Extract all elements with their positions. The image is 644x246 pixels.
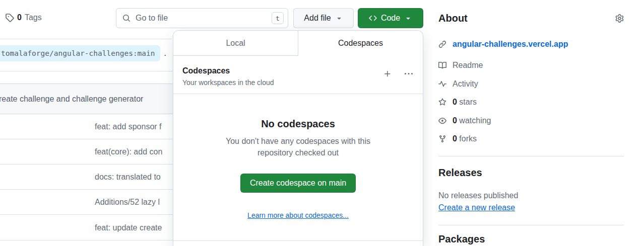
empty-state-description: You don't have any codespaces with this … — [218, 135, 379, 158]
repo-sidebar: About angular-challenges.vercel.app Read… — [438, 11, 624, 246]
website-link[interactable]: angular-challenges.vercel.app — [453, 40, 568, 49]
activity-row[interactable]: Activity — [438, 78, 624, 90]
clone-hint-row: tomalaforge/angular-challenges:main . — [0, 45, 166, 61]
empty-state-title: No codespaces — [173, 117, 423, 131]
releases-title: Releases — [438, 166, 624, 180]
tag-icon — [5, 13, 14, 22]
repo-ref-code-chip: tomalaforge/angular-challenges:main — [0, 45, 160, 61]
pulse-icon — [438, 80, 446, 88]
search-input[interactable] — [136, 14, 272, 23]
gear-icon[interactable] — [615, 14, 624, 23]
code-button-label: Code — [381, 14, 400, 23]
code-snippet-suffix: . — [164, 49, 166, 58]
create-release-link[interactable]: Create a new release — [438, 202, 515, 214]
divider — [173, 240, 423, 241]
divider — [0, 39, 172, 39]
codespaces-header: Codespaces Your workspaces in the cloud — [173, 56, 423, 94]
stars-row[interactable]: 0 stars — [438, 96, 624, 108]
chevron-down-icon — [404, 14, 412, 22]
code-button[interactable]: Code — [358, 8, 423, 28]
forks-count: 0 — [453, 134, 457, 143]
chevron-down-icon — [335, 14, 343, 22]
create-codespace-button[interactable]: Create codespace on main — [240, 174, 356, 193]
link-icon — [438, 40, 446, 48]
watching-count: 0 — [453, 116, 457, 125]
commit-message[interactable]: Additions/52 lazy l — [95, 198, 160, 207]
divider — [0, 71, 173, 71]
packages-title: Packages — [438, 232, 624, 246]
forks-row[interactable]: 0 forks — [438, 133, 624, 145]
tags-summary[interactable]: 0 Tags — [5, 13, 42, 22]
commit-message[interactable]: feat(core): add con — [95, 147, 162, 156]
code-dropdown-panel: Local Codespaces Codespaces Your workspa… — [173, 30, 423, 246]
divider — [173, 94, 423, 94]
readme-label[interactable]: Readme — [453, 61, 483, 70]
watching-row[interactable]: 0 watching — [438, 115, 624, 127]
commit-message[interactable]: feat: update create — [95, 223, 162, 232]
watching-label: watching — [459, 116, 491, 125]
learn-more-link[interactable]: Learn more about codespaces... — [247, 211, 349, 219]
star-icon — [438, 98, 446, 106]
about-title: About — [438, 11, 468, 25]
tags-count: 0 — [17, 13, 22, 22]
book-icon — [438, 61, 446, 69]
readme-row[interactable]: Readme — [438, 59, 624, 71]
commit-message[interactable]: docs: translated to — [95, 173, 161, 182]
latest-commit-message[interactable]: create challenge and challenge generator — [0, 95, 143, 104]
activity-label[interactable]: Activity — [453, 79, 478, 89]
eye-icon — [438, 117, 446, 125]
add-file-label: Add file — [304, 14, 331, 23]
new-codespace-plus-icon[interactable] — [383, 70, 392, 78]
repo-page: 0 Tags t Add file Code tomalaforge/angul… — [0, 0, 644, 246]
codespaces-title: Codespaces — [182, 65, 274, 77]
add-file-button[interactable]: Add file — [293, 8, 354, 28]
website-row: angular-challenges.vercel.app — [438, 38, 624, 50]
tags-label: Tags — [25, 13, 42, 22]
code-dropdown-tabs: Local Codespaces — [173, 31, 423, 56]
tab-local[interactable]: Local — [173, 31, 298, 56]
stars-label: stars — [459, 98, 477, 106]
forks-label: forks — [459, 134, 477, 143]
stars-count: 0 — [453, 98, 457, 106]
codespaces-subtitle: Your workspaces in the cloud — [182, 78, 274, 87]
shortcut-keycap: t — [272, 12, 284, 24]
divider — [438, 156, 624, 156]
code-icon — [369, 14, 377, 22]
tab-codespaces[interactable]: Codespaces — [298, 31, 423, 56]
fork-icon — [438, 135, 446, 143]
codespaces-empty-state: No codespaces You don't have any codespa… — [173, 117, 423, 220]
kebab-menu-icon[interactable] — [405, 70, 413, 78]
go-to-file-search[interactable]: t — [116, 8, 288, 28]
search-icon — [122, 14, 131, 22]
divider — [438, 225, 624, 225]
no-releases-text: No releases published — [438, 190, 624, 202]
commit-message[interactable]: feat: add sponsor f — [95, 122, 162, 131]
